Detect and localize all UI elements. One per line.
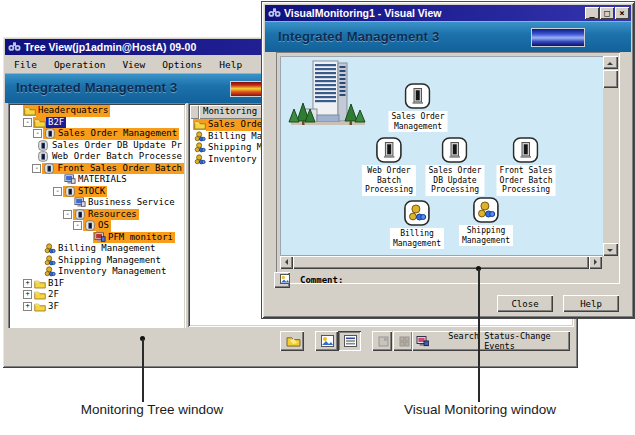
visual-node-label: BillingManagement: [390, 228, 444, 249]
tree-item[interactable]: -MATERIALS: [10, 174, 184, 186]
monitor-icon: [73, 197, 86, 208]
tree-item[interactable]: -Web Order Batch Processe: [10, 151, 184, 163]
visual-node[interactable]: Web OrderBatchProcessing: [362, 137, 416, 196]
visual-view-canvas[interactable]: Sales OrderManagementWeb OrderBatchProce…: [280, 56, 604, 256]
tree-item-label: MATERIALS: [76, 174, 129, 186]
expand-icon[interactable]: +: [23, 302, 32, 311]
cluster-icon: [193, 154, 206, 165]
visual-node[interactable]: Sales OrderManagement: [389, 83, 448, 132]
group-icon: [43, 128, 56, 139]
banner-title: Integrated Management 3: [278, 29, 439, 44]
tree-item[interactable]: -B2F: [10, 117, 184, 129]
tree-item[interactable]: +B1F: [10, 278, 184, 290]
folder-icon: [33, 117, 46, 128]
tree-item[interactable]: -STOCK: [10, 186, 184, 198]
tree-item[interactable]: -OS: [10, 220, 184, 232]
tree-item[interactable]: -Front Sales Order Batch: [10, 163, 184, 175]
help-button[interactable]: Help: [563, 295, 619, 312]
visual-view-toggle-button[interactable]: [315, 331, 338, 351]
scroll-left-button[interactable]: [280, 256, 293, 269]
brand-logo-red: [230, 81, 266, 97]
tree-item[interactable]: +3F: [10, 301, 184, 313]
scrollbar-thumb[interactable]: [603, 70, 618, 88]
tree-item-label: OS: [96, 220, 111, 232]
collapse-icon[interactable]: -: [33, 129, 42, 138]
expand-tool-button-disabled: [372, 331, 392, 351]
visual-node-label: Front SalesOrder BatchProcessing: [497, 165, 556, 196]
tree-item-label: 3F: [46, 301, 61, 313]
visual-vertical-scrollbar[interactable]: [603, 56, 618, 256]
group-icon: [42, 163, 55, 174]
banner-title: Integrated Management 3: [16, 80, 177, 95]
tree-item[interactable]: -Headerquaters: [10, 105, 184, 117]
tree-item-label: B2F: [46, 117, 66, 129]
scrollbar-thumb[interactable]: [293, 256, 589, 269]
comment-image-icon: [280, 276, 290, 286]
tree-item-label: PFM monitori: [106, 232, 175, 244]
tree-item[interactable]: -Inventory Management: [10, 266, 184, 278]
cluster-icon: [43, 255, 56, 266]
collapse-icon[interactable]: -: [53, 187, 62, 196]
menu-help[interactable]: Help: [219, 59, 242, 70]
comment-icon-button[interactable]: [274, 272, 290, 288]
collapse-icon[interactable]: -: [32, 164, 41, 173]
tree-item[interactable]: -Resources: [10, 209, 184, 221]
visual-node-label: Web OrderBatchProcessing: [362, 165, 416, 196]
tree-item[interactable]: -Sales Order Management: [10, 128, 184, 140]
collapse-icon[interactable]: -: [63, 210, 72, 219]
scroll-right-button[interactable]: [589, 256, 602, 269]
visual-node[interactable]: ShippingManagement: [459, 197, 513, 246]
comment-label: Comment:: [300, 275, 343, 286]
tree-item[interactable]: -PFM monitori: [10, 232, 184, 244]
tree-item[interactable]: -Billing Management: [10, 243, 184, 255]
expand-icon[interactable]: +: [23, 279, 32, 288]
scroll-down-button[interactable]: [603, 243, 618, 256]
scrollbar-corner: [603, 256, 618, 269]
close-button[interactable]: ×: [615, 7, 629, 19]
menu-view[interactable]: View: [122, 59, 145, 70]
building-node-icon: [405, 83, 431, 109]
visual-node[interactable]: Front SalesOrder BatchProcessing: [497, 137, 556, 196]
menu-operation[interactable]: Operation: [54, 59, 105, 70]
monitor-icon: [63, 174, 76, 185]
cluster-icon: [193, 142, 206, 153]
monitoring-tree-window-label: Monitoring Tree window: [72, 402, 232, 417]
maximize-button[interactable]: □: [600, 7, 614, 19]
grid-small-icon: [378, 336, 386, 347]
visual-horizontal-scrollbar[interactable]: [280, 256, 602, 269]
tree-item-label: Shipping Management: [56, 255, 163, 267]
tree-item-label: Sales Order DB Update Pr: [50, 140, 184, 152]
visual-node[interactable]: Sales OrderDB UpdateProcessing: [426, 137, 485, 196]
collapse-icon[interactable]: -: [23, 118, 32, 127]
folder-icon: [33, 301, 46, 312]
scroll-up-button[interactable]: [603, 56, 618, 69]
tree-item-label: STOCK: [76, 186, 107, 198]
tree-item[interactable]: -Shipping Management: [10, 255, 184, 267]
list-view-toggle-button[interactable]: [338, 331, 361, 351]
tree-item[interactable]: -Business Service: [10, 197, 184, 209]
visual-node-label: Sales OrderDB UpdateProcessing: [426, 165, 485, 196]
menu-options[interactable]: Options: [162, 59, 202, 70]
search-status-change-events-button[interactable]: Search Status-Change Events: [412, 331, 570, 351]
minimize-button[interactable]: _: [585, 7, 599, 19]
tree-item-label: B1F: [46, 278, 66, 290]
close-button[interactable]: Close: [497, 295, 553, 312]
search-button-label: Search Status-Change Events: [433, 331, 566, 351]
tree-item-label: Business Service: [86, 197, 177, 209]
visual-node-label: ShippingManagement: [459, 225, 513, 246]
tree-item[interactable]: +2F: [10, 289, 184, 301]
expand-icon[interactable]: +: [23, 290, 32, 299]
tree-item[interactable]: -Sales Order DB Update Pr: [10, 140, 184, 152]
collapse-icon[interactable]: -: [73, 221, 82, 230]
visual-window-title: VisualMonitoring1 - Visual View: [284, 7, 442, 19]
cluster-icon: [43, 243, 56, 254]
visual-window-titlebar[interactable]: VisualMonitoring1 - Visual View _□×: [265, 5, 631, 21]
node-legend-button[interactable]: [280, 331, 304, 351]
callout-line-left: [142, 339, 144, 402]
menu-file[interactable]: File: [14, 59, 37, 70]
visual-node[interactable]: BillingManagement: [390, 200, 444, 249]
building-node-icon: [442, 137, 468, 163]
group-icon: [37, 140, 50, 151]
visual-view-frame: Sales OrderManagementWeb OrderBatchProce…: [276, 52, 620, 284]
window-control-buttons: _□×: [585, 7, 629, 19]
